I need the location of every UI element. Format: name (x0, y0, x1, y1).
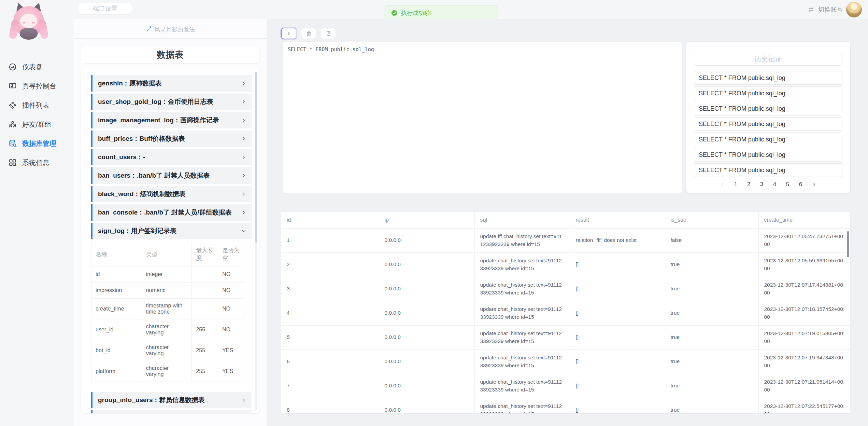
user-avatar[interactable] (846, 2, 862, 17)
table-item-label: image_management_log：画廊操作记录 (98, 116, 219, 125)
schema-cell: impression (91, 283, 142, 299)
sidebar-item-label: 仪表盘 (22, 63, 43, 72)
results-col-id: id (281, 212, 379, 228)
cell-is-suc: true (665, 277, 758, 301)
table-item-label: ban_users：.ban/b了 封禁人员数据表 (98, 171, 210, 180)
cell-ip: 0.0.0.0 (379, 252, 474, 277)
history-item[interactable]: SELECT * FROM public.sql_log (694, 163, 842, 177)
table-item-image-management-log[interactable]: image_management_log：画廊操作记录 (91, 112, 252, 128)
bot-avatar[interactable] (10, 2, 48, 42)
cell-result: [] (570, 252, 665, 277)
cell-create-time: 2023-12-30T12:07:17.414381+00:00 (758, 277, 850, 301)
schema-cell (192, 266, 218, 283)
page-number-5[interactable]: 5 (785, 181, 790, 188)
results-col-is-suc: is_suc (665, 212, 758, 228)
tables-list-scrollbar[interactable] (255, 72, 257, 410)
page-prev-button[interactable] (720, 182, 725, 187)
sidebar-item-plugins[interactable]: 插件列表 (0, 96, 74, 115)
results-scrollbar[interactable] (847, 231, 849, 257)
cell-ip: 0.0.0.0 (379, 349, 474, 374)
copy-sql-button[interactable] (321, 28, 336, 39)
success-check-icon (391, 10, 398, 16)
play-icon (286, 30, 292, 37)
results-col-result: result (570, 212, 665, 228)
history-item[interactable]: SELECT * FROM public.sql_log (694, 71, 842, 85)
history-item[interactable]: SELECT * FROM public.sql_log (694, 148, 842, 162)
page-next-button[interactable] (811, 182, 817, 187)
chevron-right-icon (241, 397, 247, 403)
table-item-group-info-users[interactable]: group_info_users：群员信息数据表 (91, 392, 252, 408)
history-title[interactable]: 历史记录 (694, 52, 842, 66)
cell-id: 7 (281, 374, 379, 398)
table-item-fantasy-card-log[interactable]: fantasy_card_log：卡牌获取日志表 (91, 410, 252, 413)
magic-label-text: 风灵月影的魔法 (154, 26, 195, 33)
page-number-4[interactable]: 4 (772, 181, 777, 188)
cell-sql: update chat_history set text=91112339233… (474, 277, 570, 301)
page-number-1[interactable]: 1 (734, 181, 738, 188)
table-item-ban-console[interactable]: ban_console：.ban/b了 封禁人员/群组数据表 (91, 204, 252, 221)
table-item-count-users[interactable]: count_users：- (91, 149, 252, 165)
magic-label[interactable]: 风灵月影的魔法 (74, 24, 267, 35)
history-item[interactable]: SELECT * FROM public.sql_log (694, 117, 842, 131)
table-item-buff-prices[interactable]: buff_prices：Buff价格数据表 (91, 130, 252, 147)
schema-cell: character varying (142, 340, 192, 361)
schema-cell: bot_id (91, 340, 142, 361)
sidebar-item-label: 插件列表 (22, 101, 49, 110)
clear-sql-button[interactable] (301, 28, 316, 39)
schema-cell: NO (218, 319, 244, 340)
results-col-ip: ip (379, 212, 474, 228)
schema-row: impression numeric NO (91, 283, 244, 299)
sidebar-item-database[interactable]: 数据库管理 (0, 134, 74, 153)
avatar-dress (20, 28, 38, 40)
panel-divider (74, 38, 267, 39)
copy-icon (325, 30, 332, 37)
schema-row: bot_id character varying 255 YES (91, 340, 244, 361)
sidebar-item-label: 系统信息 (22, 158, 49, 167)
history-item[interactable]: SELECT * FROM public.sql_log (694, 133, 842, 146)
sidebar-item-console[interactable]: 真寻控制台 (0, 77, 74, 96)
cell-sql: update chat_history set text=91112339233… (474, 374, 570, 398)
history-item[interactable]: SELECT * FROM public.sql_log (694, 102, 842, 115)
table-item-label: user_shop_gold_log：金币使用日志表 (98, 97, 213, 106)
console-icon (8, 82, 17, 91)
schema-cell (192, 283, 218, 299)
cell-result: [] (570, 301, 665, 325)
chevron-down-icon (241, 228, 247, 234)
cell-create-time: 2023-12-30T12:05:47.732751+00:00 (758, 228, 850, 252)
sidebar-item-dashboard[interactable]: 仪表盘 (0, 57, 74, 77)
switch-account-label[interactable]: 切换账号 (818, 5, 843, 14)
table-item-label: count_users：- (98, 153, 145, 162)
table-item-ban-users[interactable]: ban_users：.ban/b了 封禁人员数据表 (91, 167, 252, 184)
table-item-black-word[interactable]: black_word：惩罚机制数据表 (91, 186, 252, 202)
schema-cell: YES (218, 361, 244, 382)
schema-cell: character varying (142, 361, 192, 382)
cell-is-suc: false (665, 228, 758, 252)
page-number-6[interactable]: 6 (798, 181, 803, 188)
table-item-user-shop-gold-log[interactable]: user_shop_gold_log：金币使用日志表 (91, 94, 252, 110)
sidebar-item-system-info[interactable]: 系统信息 (0, 153, 74, 172)
table-item-genshin[interactable]: genshin：原神数据表 (91, 75, 252, 92)
sidebar-item-label: 数据库管理 (22, 139, 56, 148)
results-row: 8 0.0.0.0 update chat_history set text=9… (281, 398, 850, 413)
history-item[interactable]: SELECT * FROM public.sql_log (694, 86, 842, 100)
schema-row: create_time timestamp with time zone NO (91, 299, 244, 319)
cell-sql: update chat_history set text=91112339233… (474, 252, 570, 277)
cell-create-time: 2023-12-30T12:07:21.051414+00:00 (758, 374, 850, 398)
port-settings-button[interactable]: 端口设置 (77, 3, 133, 14)
tables-title: 数据表 (81, 46, 259, 63)
page-number-2[interactable]: 2 (746, 181, 751, 188)
results-row: 2 0.0.0.0 update chat_history set text=9… (281, 252, 850, 277)
schema-cell: numeric (142, 283, 192, 299)
schema-col-name: 名称 (91, 242, 142, 266)
table-item-sign-log[interactable]: sign_log：用户签到记录表 (91, 223, 252, 239)
page-number-3[interactable]: 3 (759, 181, 764, 188)
cell-ip: 0.0.0.0 (379, 277, 474, 301)
sql-editor[interactable]: SELECT * FROM public.sql_log (283, 42, 682, 193)
table-item-label: ban_console：.ban/b了 封禁人员/群组数据表 (98, 208, 232, 217)
history-panel: 历史记录 SELECT * FROM public.sql_log SELECT… (686, 42, 850, 193)
scrollbar-thumb[interactable] (255, 72, 257, 243)
run-sql-button[interactable] (281, 28, 296, 39)
success-toast: 执行成功啦! (385, 5, 497, 20)
sidebar: 仪表盘 真寻控制台 插件列表 好友/群组 数据库管理 (0, 0, 74, 426)
sidebar-item-friends[interactable]: 好友/群组 (0, 115, 74, 134)
